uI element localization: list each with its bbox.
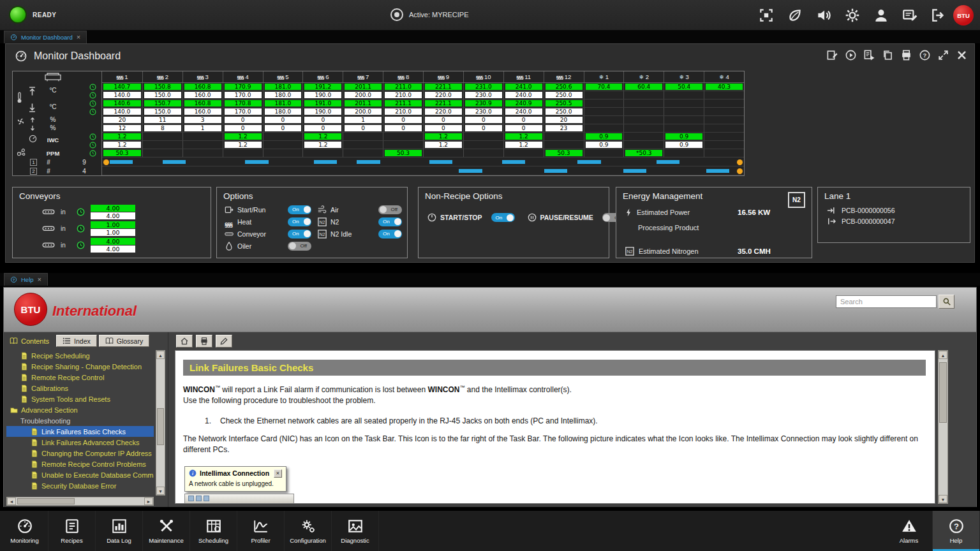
- toggle-switch[interactable]: On: [288, 205, 311, 214]
- toggle-switch[interactable]: On: [378, 217, 402, 226]
- help-sidebar: Contents Index Glossary Recipe Schedulin…: [4, 332, 168, 507]
- nav-maintenance[interactable]: Maintenance: [143, 511, 190, 551]
- nav-diagnostic[interactable]: Diagnostic: [332, 511, 379, 551]
- nav-data-log[interactable]: Data Log: [96, 511, 143, 551]
- nav-scheduling[interactable]: Scheduling: [190, 511, 237, 551]
- scroll-up-icon[interactable]: ▲: [939, 351, 947, 359]
- user-icon[interactable]: [873, 7, 889, 24]
- logout-icon[interactable]: [930, 7, 947, 24]
- cell-top-temp-setpoint: 150.0: [142, 91, 182, 99]
- tab-glossary[interactable]: Glossary: [99, 335, 149, 347]
- log-notes-icon[interactable]: [902, 7, 918, 24]
- tree-item-remote-recipe-control-problems[interactable]: Remote Recipe Control Problems: [6, 459, 154, 469]
- toggle-switch[interactable]: On: [378, 230, 402, 239]
- configuration-icon: [300, 518, 316, 534]
- nav-profiler[interactable]: Profiler: [237, 511, 285, 551]
- nav-label: Help: [950, 537, 963, 544]
- tree-item-link-failures-advanced-checks[interactable]: Link Failures Advanced Checks: [6, 437, 154, 448]
- cell-blower-top-pct: 0: [383, 116, 423, 124]
- scroll-thumb[interactable]: [17, 498, 75, 504]
- eco-mode-icon[interactable]: [787, 7, 803, 24]
- tree-item-troubleshooting[interactable]: Troubleshooting: [6, 415, 154, 426]
- search-button[interactable]: [939, 295, 954, 309]
- non-recipe-pause-resume: PAUSE/RESUMEOff: [528, 213, 626, 222]
- help-tab-icon: ?: [10, 276, 17, 283]
- copy-icon[interactable]: [880, 48, 895, 62]
- cell-blower-bottom-pct: 0: [223, 124, 263, 132]
- toggle-switch[interactable]: On: [288, 230, 311, 239]
- cell-blower-bottom-pct: 0: [423, 124, 463, 132]
- help-search-input[interactable]: [836, 295, 937, 308]
- content-vertical-scrollbar[interactable]: ▲ ▼: [938, 350, 948, 504]
- tab-close-icon[interactable]: ×: [38, 276, 41, 283]
- print-icon[interactable]: [899, 48, 914, 62]
- tree-item-advanced-section[interactable]: Advanced Section: [6, 404, 154, 415]
- start-stop-icon: [427, 213, 436, 222]
- paragraph-1: WINCON™ will report a Link Fail alarm if…: [183, 384, 924, 407]
- tree-item-remote-recipe-control[interactable]: Remote Recipe Control: [6, 372, 154, 383]
- tab-monitor-dashboard[interactable]: Monitor Dashboard ×: [4, 31, 87, 43]
- sidebar-vertical-scrollbar[interactable]: ▲ ▼: [156, 350, 165, 496]
- scroll-down-icon[interactable]: ▼: [939, 495, 947, 503]
- schedule-run-icon[interactable]: [862, 48, 877, 62]
- cell-iwc-setpoint: 1.2: [223, 141, 263, 149]
- tree-item-changing-the-computer-ip-address[interactable]: Changing the Computer IP Address: [6, 448, 154, 459]
- toggle-switch[interactable]: On: [288, 217, 311, 226]
- cell-blower-top-pct: 0: [263, 116, 303, 124]
- cell-iwc-actual: 1.2: [223, 133, 263, 140]
- close-icon[interactable]: [954, 48, 969, 62]
- print-button[interactable]: [196, 335, 212, 348]
- help-circle-icon[interactable]: ?: [917, 48, 932, 62]
- option-label: Start/Run: [237, 206, 265, 214]
- tree-item-system-tools-and-resets[interactable]: System Tools and Resets: [6, 393, 154, 404]
- conveyor-rows: in4.004.00in1.001.00in4.004.00: [42, 205, 135, 254]
- toggle-switch[interactable]: On: [491, 213, 515, 222]
- nav-recipes[interactable]: Recipes: [48, 511, 96, 551]
- scroll-thumb[interactable]: [939, 362, 947, 423]
- run-icon[interactable]: [843, 48, 858, 62]
- recipe-editor-icon[interactable]: [825, 48, 840, 62]
- tab-close-icon[interactable]: ×: [77, 34, 80, 41]
- edit-button[interactable]: [216, 335, 232, 348]
- nav-alarms[interactable]: Alarms: [886, 511, 933, 551]
- toggle-switch[interactable]: Off: [378, 205, 402, 214]
- scroll-right-icon[interactable]: ►: [144, 497, 153, 505]
- tree-item-recipe-scheduling[interactable]: Recipe Scheduling: [6, 350, 154, 361]
- cell-iwc-setpoint: 1.2: [102, 141, 142, 149]
- nav-configuration[interactable]: Configuration: [285, 511, 332, 551]
- taskbar-fragment: [184, 494, 294, 504]
- fullscreen-icon[interactable]: [936, 48, 951, 62]
- cell-iwc-actual: 1.2: [503, 133, 544, 140]
- scroll-down-icon[interactable]: ▼: [156, 487, 165, 495]
- cell-ppm: [423, 149, 463, 157]
- tab-help[interactable]: ? Help ×: [4, 273, 48, 286]
- tree-item-calibrations[interactable]: Calibrations: [6, 383, 154, 393]
- scroll-thumb[interactable]: [157, 408, 164, 445]
- settings-icon[interactable]: [844, 7, 861, 24]
- scroll-left-icon[interactable]: ◄: [7, 497, 16, 505]
- cell-blower-top-pct: [704, 116, 744, 124]
- cell-iwc-actual: [623, 133, 664, 140]
- oven-icon: [42, 73, 64, 82]
- nav-monitoring[interactable]: Monitoring: [1, 511, 48, 551]
- cell-top-temp-setpoint: 140.0: [102, 91, 142, 99]
- scroll-up-icon[interactable]: ▲: [156, 351, 165, 359]
- tree-item-unable-to-execute-database-command[interactable]: Unable to Execute Database Command: [6, 469, 154, 480]
- home-button[interactable]: [176, 335, 193, 348]
- pcb-id: PCB-0000000056: [842, 207, 895, 214]
- tab-contents[interactable]: Contents: [8, 335, 54, 347]
- sidebar-horizontal-scrollbar[interactable]: ◄ ►: [6, 497, 154, 506]
- cell-top-temp-setpoint: [623, 91, 664, 99]
- btu-logo-button[interactable]: BTU: [953, 5, 974, 26]
- zone-row-top-temp-actual: 140.7150.8160.8170.9181.0191.2201.1211.0…: [102, 83, 744, 91]
- tree-item-label: Recipe Sharing - Change Detection: [31, 363, 142, 371]
- tree-item-security-database-error[interactable]: Security Database Error: [6, 480, 154, 491]
- nav-help[interactable]: ?Help: [933, 511, 980, 551]
- tab-index[interactable]: Index: [56, 335, 97, 347]
- tree-item-recipe-sharing-change-detection[interactable]: Recipe Sharing - Change Detection: [6, 361, 154, 372]
- tree-item-link-failures-basic-checks[interactable]: Link Failures Basic Checks: [6, 426, 154, 437]
- volume-icon[interactable]: [815, 7, 832, 24]
- window-mode-icon[interactable]: [758, 7, 775, 24]
- toggle-switch[interactable]: Off: [288, 242, 311, 251]
- conveyor-unit: in: [61, 242, 71, 249]
